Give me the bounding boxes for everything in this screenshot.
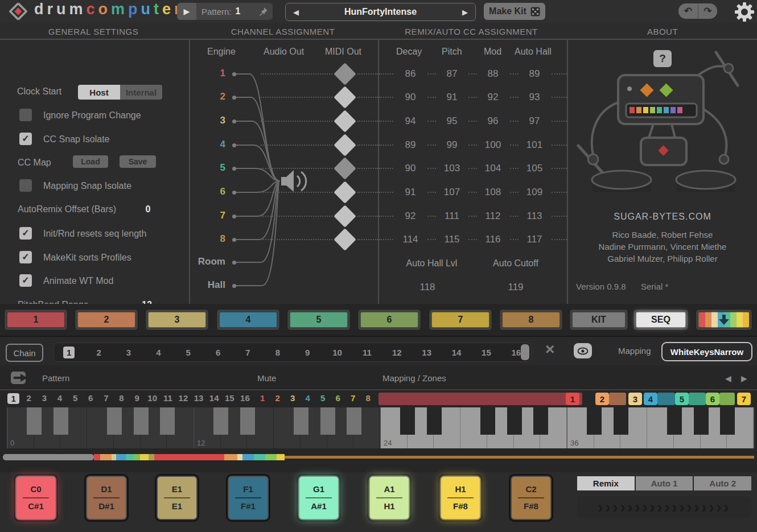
mute-number[interactable]: 6 <box>331 393 346 403</box>
pattern-number[interactable]: 1 <box>6 393 21 404</box>
engine-row-label[interactable]: 2 <box>190 91 225 102</box>
overview-color-segment[interactable] <box>237 454 242 460</box>
channel-button-5[interactable]: 5 <box>287 309 351 331</box>
chain-slot[interactable]: 8 <box>263 348 293 357</box>
overview-color-segment[interactable] <box>112 454 116 460</box>
overview-color-segment[interactable] <box>140 454 149 460</box>
zone-badge[interactable]: 7 <box>737 393 751 405</box>
pattern-number[interactable]: 5 <box>68 393 83 404</box>
cc-number[interactable]: 88 <box>477 68 509 80</box>
checkbox-init-rnd-resets[interactable] <box>19 227 32 240</box>
overview-color-segment[interactable] <box>224 454 237 460</box>
engine-row-label[interactable]: 8 <box>190 233 225 245</box>
chain-button[interactable]: Chain <box>6 344 43 362</box>
black-key[interactable] <box>694 407 709 435</box>
cc-map-load-button[interactable]: Load <box>73 155 108 168</box>
overview-range-line[interactable] <box>285 456 754 459</box>
zone-range[interactable] <box>378 393 582 405</box>
overview-color-segment[interactable] <box>94 454 100 460</box>
cc-number[interactable]: 91 <box>394 187 426 198</box>
zone-badge[interactable]: 5 <box>675 393 689 405</box>
channel-button-7[interactable]: 7 <box>429 309 492 331</box>
black-key[interactable] <box>134 407 149 435</box>
channel-colorstrip-button[interactable] <box>696 309 752 331</box>
cc-number[interactable]: 89 <box>394 139 426 151</box>
clear-chain-icon[interactable]: × <box>545 340 554 358</box>
auto-hall-lvl-cc[interactable]: 118 <box>412 282 443 293</box>
clock-start-host-button[interactable]: Host <box>78 85 120 100</box>
cc-number[interactable]: 104 <box>477 163 509 174</box>
zones-left-icon[interactable]: ◀ <box>725 374 731 383</box>
cc-number[interactable]: 109 <box>519 187 550 198</box>
engine-connection-dot[interactable] <box>232 284 236 288</box>
channel-button-1[interactable]: 1 <box>4 309 68 331</box>
cc-number[interactable]: 114 <box>394 234 426 245</box>
remix-mode-auto-2[interactable]: Auto 2 <box>694 476 751 490</box>
chain-slot[interactable]: 13 <box>412 348 442 357</box>
chain-slot[interactable]: 10 <box>322 348 352 357</box>
cc-number[interactable]: 112 <box>477 211 509 222</box>
undo-icon[interactable]: ↶ <box>678 3 698 19</box>
black-key[interactable] <box>507 407 522 435</box>
zone-badge[interactable]: 1 <box>566 393 579 405</box>
autoremix-offset-value[interactable]: 0 <box>139 204 157 215</box>
chain-slot[interactable]: 2 <box>84 348 113 357</box>
black-key[interactable] <box>160 407 175 435</box>
engine-row-label[interactable]: 7 <box>190 210 225 221</box>
cc-number[interactable]: 90 <box>394 92 426 103</box>
overview-color-segment[interactable] <box>265 454 277 460</box>
engine-row-label[interactable]: 4 <box>190 139 225 150</box>
pattern-number[interactable]: 2 <box>21 393 36 404</box>
checkbox-cc-snap-isolate[interactable] <box>19 133 32 145</box>
pattern-number[interactable]: 10 <box>145 393 160 404</box>
cc-number[interactable]: 97 <box>519 116 550 127</box>
zone-badge[interactable]: 2 <box>595 393 609 405</box>
chain-slot[interactable]: 12 <box>382 348 412 357</box>
clock-start-internal-button[interactable]: Internal <box>120 85 162 100</box>
cc-number[interactable]: 89 <box>519 68 550 80</box>
pattern-number-value[interactable]: 1 <box>236 6 241 17</box>
cc-number[interactable]: 107 <box>436 187 468 198</box>
drum-pad[interactable]: C0C#1 <box>14 474 58 522</box>
zone-range[interactable] <box>609 393 626 405</box>
engine-connection-dot[interactable] <box>232 72 236 76</box>
zone-badge[interactable]: 3 <box>628 393 642 405</box>
cc-number[interactable]: 105 <box>519 163 550 174</box>
cc-number[interactable]: 113 <box>519 211 550 222</box>
cc-number[interactable]: 101 <box>519 139 550 151</box>
engine-connection-dot[interactable] <box>232 215 236 218</box>
pattern-number[interactable]: 15 <box>222 393 237 404</box>
cc-number[interactable]: 91 <box>436 92 468 103</box>
pattern-number[interactable]: 7 <box>98 393 114 404</box>
black-key[interactable] <box>720 407 735 435</box>
engine-connection-dot[interactable] <box>232 119 236 123</box>
cc-number[interactable]: 99 <box>436 139 468 151</box>
engine-connection-dot[interactable] <box>232 96 236 100</box>
zone-badge[interactable]: 4 <box>644 393 657 405</box>
channel-button-2[interactable]: 2 <box>75 309 138 331</box>
remix-mode-remix[interactable]: Remix <box>577 476 636 490</box>
engine-row-label[interactable]: 1 <box>190 68 225 79</box>
pattern-number[interactable]: 14 <box>207 393 222 404</box>
chain-slot[interactable]: 5 <box>174 348 203 357</box>
engine-row-label[interactable]: 5 <box>190 162 225 174</box>
black-key[interactable] <box>240 407 255 435</box>
pattern-number[interactable]: 12 <box>175 393 191 404</box>
chain-slot[interactable]: 6 <box>203 348 233 357</box>
cc-number[interactable]: 115 <box>436 234 468 245</box>
overview-color-segment[interactable] <box>133 454 140 460</box>
redo-icon[interactable]: ↷ <box>698 3 718 19</box>
cc-number[interactable]: 111 <box>436 211 468 222</box>
play-button[interactable]: ▶ <box>177 3 196 20</box>
overview-color-segment[interactable] <box>277 454 285 460</box>
channel-button-kit[interactable]: KIT <box>569 309 628 331</box>
mute-number[interactable]: 2 <box>270 393 286 403</box>
black-key[interactable] <box>667 407 682 435</box>
zone-range[interactable] <box>719 393 735 405</box>
remix-chevron-panel[interactable]: ›››››››››››››››››› <box>577 496 751 518</box>
drum-pad[interactable]: C2F#8 <box>509 474 553 522</box>
black-key[interactable] <box>107 407 122 435</box>
pin-icon[interactable] <box>259 7 268 16</box>
engine-row-label[interactable]: Hall <box>190 279 225 291</box>
chain-slot[interactable]: 3 <box>114 348 143 357</box>
